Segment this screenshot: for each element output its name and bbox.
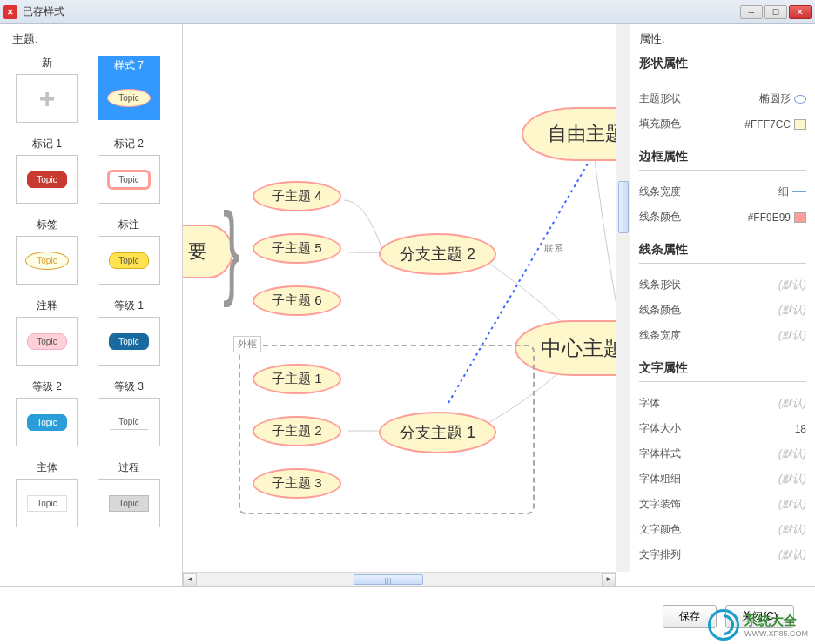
close-button[interactable]: ✕ — [789, 5, 812, 19]
theme-thumb[interactable]: + — [16, 74, 78, 123]
prop-name: 字体样式 — [639, 446, 681, 461]
theme-item-3[interactable]: 标记 2Topic — [94, 137, 164, 204]
theme-thumb[interactable]: Topic — [98, 398, 160, 446]
prop-row[interactable]: 字体样式(默认) — [639, 441, 806, 466]
relation-label: 联系 — [544, 242, 563, 255]
prop-value: (默认) — [778, 303, 806, 318]
prop-name: 填充颜色 — [639, 117, 681, 131]
theme-label: 新 — [42, 56, 52, 70]
prop-row[interactable]: 线条颜色(默认) — [639, 298, 806, 323]
prop-row[interactable]: 线条宽度细 — [639, 179, 806, 205]
prop-row[interactable]: 主题形状椭圆形 — [639, 86, 806, 111]
scroll-right-icon[interactable]: ► — [602, 573, 616, 587]
prop-section-2: 线条属性线条形状(默认)线条颜色(默认)线条宽度(默认) — [639, 242, 806, 348]
theme-thumb[interactable]: Topic — [16, 479, 78, 527]
prop-value: (默认) — [778, 497, 806, 512]
prop-value: 椭圆形 — [759, 91, 806, 106]
theme-thumb[interactable]: Topic — [98, 479, 160, 527]
theme-thumb[interactable]: Topic — [98, 317, 160, 366]
titlebar: ✕ 已存样式 ─ ☐ ✕ — [0, 0, 815, 24]
theme-label: 标注 — [118, 218, 139, 232]
theme-thumb[interactable]: Topic样式 7 — [98, 56, 160, 120]
topic-shape: Topic — [27, 495, 66, 512]
prop-value: (默认) — [778, 446, 806, 461]
topic-shape: Topic — [25, 252, 68, 270]
scroll-thumb-h[interactable] — [354, 574, 423, 585]
theme-item-11[interactable]: 过程Topic — [94, 460, 164, 527]
boundary-label: 外框 — [233, 336, 261, 352]
node-free-topic[interactable]: 自由主题 — [522, 107, 630, 161]
scroll-left-icon[interactable]: ◄ — [183, 573, 197, 587]
prop-row[interactable]: 文字排列(默认) — [639, 542, 806, 567]
canvas[interactable]: 要 } 子主题 4 子主题 5 子主题 6 分支主题 2 联系 自由主题 中心主… — [183, 24, 630, 586]
theme-thumb[interactable]: Topic — [16, 317, 78, 366]
prop-section-title: 形状属性 — [639, 56, 806, 77]
theme-item-5[interactable]: 标注Topic — [94, 218, 164, 285]
theme-item-0[interactable]: 新+ — [12, 56, 82, 123]
prop-name: 字体 — [639, 396, 660, 411]
node-sub-3[interactable]: 子主题 3 — [253, 468, 341, 499]
prop-value: (默认) — [778, 547, 806, 562]
prop-row[interactable]: 字体大小18 — [639, 416, 806, 441]
prop-value: (默认) — [778, 396, 806, 411]
theme-item-6[interactable]: 注释Topic — [12, 299, 82, 366]
prop-section-title: 边框属性 — [639, 149, 806, 171]
prop-value: #FFF7CC — [744, 118, 806, 131]
node-sub-4[interactable]: 子主题 4 — [253, 181, 341, 211]
prop-row[interactable]: 文字颜色(默认) — [639, 517, 806, 542]
maximize-button[interactable]: ☐ — [764, 5, 787, 19]
theme-thumb[interactable]: Topic — [98, 236, 160, 285]
theme-thumb[interactable]: Topic — [16, 155, 78, 204]
prop-row[interactable]: 字体粗细(默认) — [639, 466, 806, 492]
watermark: 系统大全 WWW.XP85.COM — [708, 609, 808, 641]
node-branch-1[interactable]: 分支主题 1 — [379, 412, 496, 453]
scroll-thumb-v[interactable] — [618, 181, 629, 233]
horizontal-scrollbar[interactable]: ◄ ► — [183, 572, 616, 586]
node-sub-2[interactable]: 子主题 2 — [253, 416, 341, 446]
theme-label: 标记 2 — [114, 137, 144, 151]
prop-name: 文字颜色 — [639, 522, 681, 537]
ellipse-icon — [794, 95, 806, 104]
vertical-scrollbar[interactable] — [616, 24, 630, 572]
brace-icon: } — [223, 207, 240, 291]
theme-item-10[interactable]: 主体Topic — [12, 460, 82, 527]
theme-item-7[interactable]: 等级 1Topic — [94, 299, 164, 366]
color-swatch — [794, 212, 806, 223]
color-swatch — [794, 119, 806, 130]
prop-row[interactable]: 线条颜色#FF9E99 — [639, 205, 806, 230]
theme-item-8[interactable]: 等级 2Topic — [12, 379, 82, 446]
prop-name: 文字排列 — [639, 547, 681, 562]
plus-icon: + — [39, 83, 56, 115]
prop-name: 线条颜色 — [639, 210, 681, 225]
prop-name: 文字装饰 — [639, 497, 681, 512]
prop-row[interactable]: 线条形状(默认) — [639, 272, 806, 298]
topic-shape: Topic — [109, 252, 148, 269]
node-branch-2[interactable]: 分支主题 2 — [379, 233, 496, 275]
prop-section-0: 形状属性主题形状椭圆形填充颜色#FFF7CC — [639, 56, 806, 137]
node-sub-1[interactable]: 子主题 1 — [253, 364, 341, 394]
prop-value: 细 — [778, 184, 806, 199]
theme-item-9[interactable]: 等级 3Topic — [94, 379, 164, 446]
prop-name: 线条形状 — [639, 278, 681, 292]
window-title: 已存样式 — [23, 4, 64, 19]
prop-name: 线条宽度 — [639, 328, 681, 343]
node-sub-5[interactable]: 子主题 5 — [253, 233, 341, 264]
theme-item-4[interactable]: 标签Topic — [12, 218, 82, 285]
prop-row[interactable]: 文字装饰(默认) — [639, 492, 806, 517]
line-icon — [792, 191, 806, 192]
theme-item-2[interactable]: 标记 1Topic — [12, 137, 82, 204]
prop-row[interactable]: 线条宽度(默认) — [639, 323, 806, 348]
minimize-button[interactable]: ─ — [740, 5, 763, 19]
prop-row[interactable]: 填充颜色#FFF7CC — [639, 111, 806, 137]
prop-section-3: 文字属性字体(默认)字体大小18字体样式(默认)字体粗细(默认)文字装饰(默认)… — [639, 360, 806, 567]
theme-thumb[interactable]: Topic — [16, 236, 78, 285]
prop-row[interactable]: 字体(默认) — [639, 391, 806, 416]
themes-panel: 主题: 新+Topic样式 7标记 1Topic标记 2Topic标签Topic… — [0, 24, 183, 586]
node-sub-6[interactable]: 子主题 6 — [253, 285, 341, 316]
theme-thumb[interactable]: Topic — [16, 398, 78, 446]
theme-item-1[interactable]: Topic样式 7 — [94, 56, 164, 123]
themes-title: 主题: — [12, 31, 178, 47]
topic-shape: Topic — [27, 333, 66, 350]
topic-shape: Topic — [27, 414, 66, 431]
theme-thumb[interactable]: Topic — [98, 155, 160, 204]
